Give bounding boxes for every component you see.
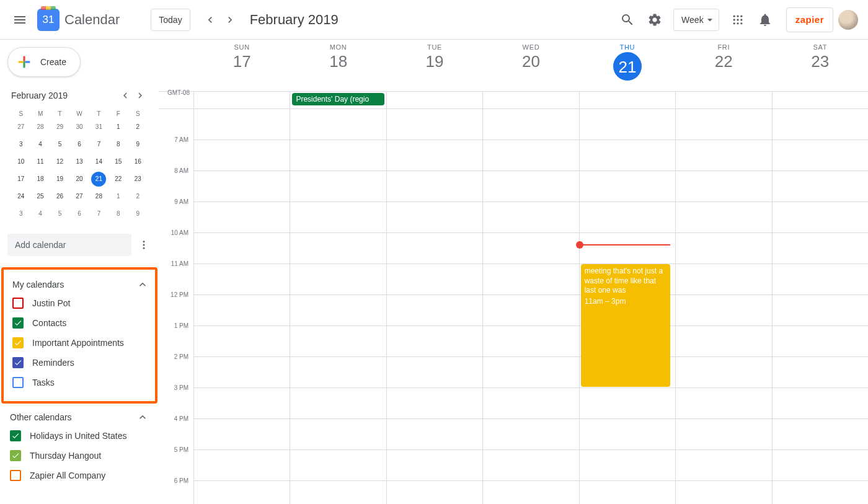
mini-day[interactable]: 4: [30, 206, 50, 224]
add-calendar-input[interactable]: [7, 234, 131, 256]
calendar-item[interactable]: Contacts: [12, 313, 149, 333]
day-header[interactable]: SAT23: [772, 40, 868, 91]
mini-day[interactable]: 16: [128, 154, 148, 172]
day-header[interactable]: FRI22: [675, 40, 771, 91]
calendar-checkbox[interactable]: [12, 377, 24, 388]
mini-day[interactable]: 8: [108, 206, 128, 224]
day-header[interactable]: TUE19: [386, 40, 482, 91]
mini-day[interactable]: 7: [89, 206, 108, 224]
mini-day[interactable]: 9: [128, 137, 148, 154]
allday-cell[interactable]: Presidents' Day (regio: [290, 92, 386, 108]
mini-day[interactable]: 4: [30, 137, 50, 154]
calendar-item[interactable]: Tasks: [12, 373, 149, 392]
calendar-item[interactable]: Zapier All Company: [10, 466, 149, 485]
mini-day[interactable]: 15: [108, 154, 128, 172]
search-icon[interactable]: [615, 7, 640, 32]
mini-day[interactable]: 5: [50, 206, 69, 224]
calendar-checkbox[interactable]: [10, 450, 21, 461]
day-column[interactable]: [675, 109, 771, 504]
mini-day[interactable]: 22: [108, 172, 128, 189]
mini-day[interactable]: 5: [50, 137, 69, 154]
my-calendars-header[interactable]: My calendars: [12, 276, 149, 293]
calendar-item[interactable]: Reminders: [12, 353, 149, 373]
mini-day[interactable]: 18: [30, 172, 50, 189]
mini-day[interactable]: 6: [69, 137, 89, 154]
day-column[interactable]: [772, 109, 868, 504]
day-header[interactable]: MON18: [290, 40, 386, 91]
next-week-icon[interactable]: [220, 10, 240, 30]
mini-day[interactable]: 2: [128, 120, 148, 137]
calendar-item[interactable]: Justin Pot: [12, 293, 149, 313]
allday-event[interactable]: Presidents' Day (regio: [292, 93, 384, 105]
mini-day[interactable]: 27: [69, 189, 89, 206]
svg-point-9: [143, 241, 145, 242]
zapier-button[interactable]: zapier: [786, 7, 833, 32]
calendar-checkbox[interactable]: [10, 430, 21, 441]
allday-cell[interactable]: [772, 92, 868, 108]
mini-day[interactable]: 10: [11, 154, 30, 172]
day-header[interactable]: WED20: [482, 40, 578, 91]
create-button[interactable]: Create: [7, 47, 81, 77]
mini-day[interactable]: 20: [69, 172, 89, 189]
mini-day[interactable]: 27: [11, 120, 30, 137]
mini-day[interactable]: 31: [89, 120, 108, 137]
mini-day[interactable]: 1: [108, 120, 128, 137]
apps-icon[interactable]: [725, 7, 750, 32]
mini-day[interactable]: 3: [11, 137, 30, 154]
day-column[interactable]: [193, 109, 290, 504]
mini-day[interactable]: 1: [108, 189, 128, 206]
calendar-item[interactable]: Important Appointments: [12, 333, 149, 353]
calendar-checkbox[interactable]: [10, 470, 21, 481]
mini-day[interactable]: 23: [128, 172, 148, 189]
mini-day[interactable]: 24: [11, 189, 30, 206]
view-selector[interactable]: Week: [673, 9, 719, 31]
mini-day[interactable]: 12: [50, 154, 69, 172]
calendar-checkbox[interactable]: [12, 317, 24, 329]
calendar-event[interactable]: meeting that's not just a waste of time …: [581, 264, 670, 387]
mini-day[interactable]: 3: [11, 206, 30, 224]
mini-day[interactable]: 28: [30, 120, 50, 137]
mini-day[interactable]: 14: [89, 154, 108, 172]
mini-day[interactable]: 6: [69, 206, 89, 224]
calendar-checkbox[interactable]: [12, 357, 24, 368]
mini-day[interactable]: 21: [89, 172, 108, 189]
mini-day[interactable]: 9: [128, 206, 148, 224]
calendar-item[interactable]: Holidays in United States: [10, 426, 149, 446]
mini-day[interactable]: 8: [108, 137, 128, 154]
mini-day[interactable]: 25: [30, 189, 50, 206]
day-header[interactable]: THU21: [579, 40, 675, 91]
menu-icon[interactable]: [5, 5, 35, 35]
mini-day[interactable]: 26: [50, 189, 69, 206]
mini-day[interactable]: 19: [50, 172, 69, 189]
day-column[interactable]: meeting that's not just a waste of time …: [579, 109, 675, 504]
mini-day[interactable]: 2: [128, 189, 148, 206]
mini-day[interactable]: 17: [11, 172, 30, 189]
day-column[interactable]: [482, 109, 578, 504]
mini-prev-icon[interactable]: [118, 88, 133, 103]
allday-cell[interactable]: [579, 92, 675, 108]
day-header[interactable]: SUN17: [193, 40, 290, 91]
avatar[interactable]: [838, 10, 858, 30]
mini-day[interactable]: 13: [69, 154, 89, 172]
allday-cell[interactable]: [675, 92, 771, 108]
day-column[interactable]: [386, 109, 482, 504]
notifications-icon[interactable]: [753, 7, 777, 32]
prev-week-icon[interactable]: [200, 10, 220, 30]
more-icon[interactable]: [136, 234, 151, 256]
mini-next-icon[interactable]: [133, 88, 148, 103]
other-calendars-header[interactable]: Other calendars: [10, 409, 149, 426]
mini-day[interactable]: 11: [30, 154, 50, 172]
mini-day[interactable]: 30: [69, 120, 89, 137]
mini-day[interactable]: 29: [50, 120, 69, 137]
settings-icon[interactable]: [642, 7, 667, 32]
calendar-checkbox[interactable]: [12, 298, 24, 309]
calendar-checkbox[interactable]: [12, 337, 24, 348]
mini-day[interactable]: 7: [89, 137, 108, 154]
allday-cell[interactable]: [386, 92, 482, 108]
calendar-item[interactable]: Thursday Hangout: [10, 446, 149, 466]
allday-cell[interactable]: [482, 92, 578, 108]
day-column[interactable]: [290, 109, 386, 504]
today-button[interactable]: Today: [151, 9, 190, 31]
allday-cell[interactable]: [193, 92, 290, 108]
mini-day[interactable]: 28: [89, 189, 108, 206]
